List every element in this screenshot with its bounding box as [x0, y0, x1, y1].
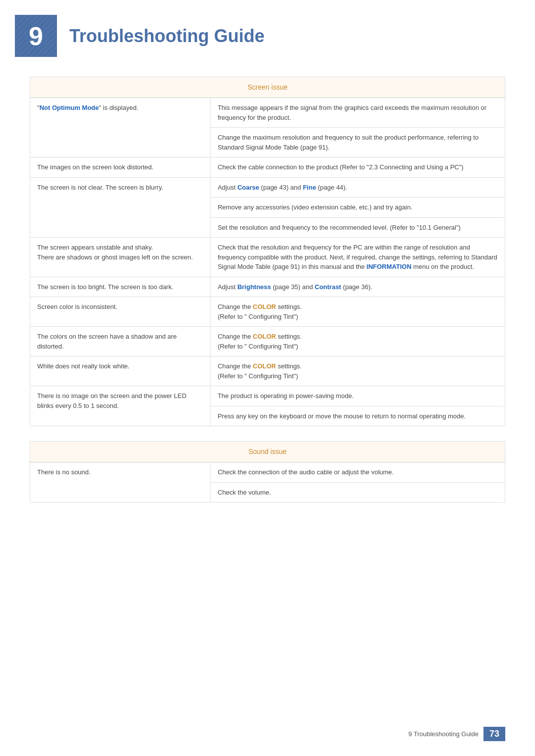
screen-issue-table: Screen issue "Not Optimum Mode" is displ…: [30, 77, 505, 426]
table-row: "Not Optimum Mode" is displayed.: [30, 98, 211, 157]
table-row: Screen color is inconsistent.: [30, 297, 211, 327]
page-title: Troubleshooting Guide: [69, 26, 265, 47]
page-footer: 9 Troubleshooting Guide 73: [408, 727, 505, 741]
screen-issue-header: Screen issue: [30, 77, 505, 98]
table-row: White does not really look white.: [30, 356, 211, 386]
sound-issue-header: Sound issue: [30, 442, 505, 462]
page-header: 9 Troubleshooting Guide: [0, 0, 535, 77]
sound-issue-table: Sound issue There is no sound.Check the …: [30, 441, 505, 503]
chapter-badge: 9: [15, 15, 57, 57]
chapter-number: 9: [29, 21, 43, 51]
footer-chapter-label: 9 Troubleshooting Guide: [408, 730, 479, 738]
table-row: There is no image on the screen and the …: [30, 386, 211, 426]
page-content: Screen issue "Not Optimum Mode" is displ…: [0, 77, 535, 547]
table-row: The screen is too bright. The screen is …: [30, 277, 211, 297]
table-row: The screen appears unstable and shaky.Th…: [30, 238, 211, 277]
table-row: The screen is not clear. The screen is b…: [30, 177, 211, 238]
footer-page-number: 73: [483, 727, 505, 741]
table-row: The colors on the screen have a shadow a…: [30, 327, 211, 356]
table-row: The images on the screen look distorted.: [30, 157, 211, 178]
table-row: There is no sound.: [30, 462, 211, 503]
